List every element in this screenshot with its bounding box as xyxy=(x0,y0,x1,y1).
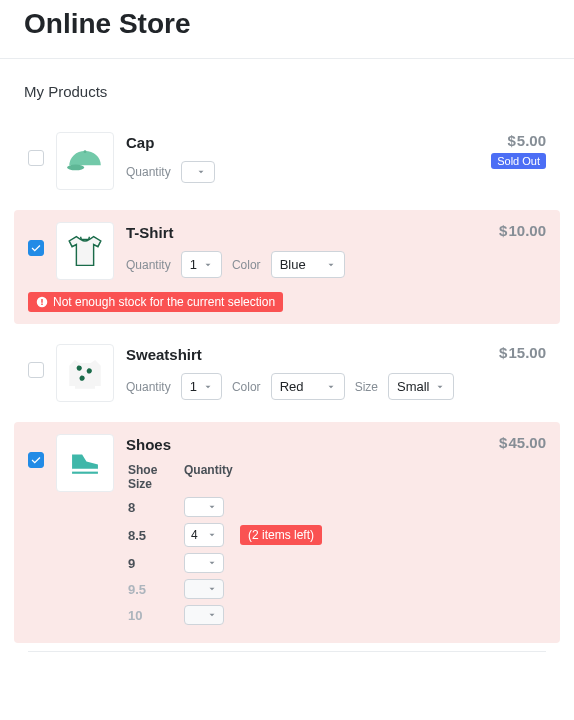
color-label: Color xyxy=(232,380,261,394)
size-row: 8.5 4 (2 items left) xyxy=(128,523,487,547)
select-checkbox[interactable] xyxy=(28,362,44,378)
svg-rect-6 xyxy=(72,472,98,474)
size-row: 9 xyxy=(128,553,487,573)
shoe-size-table: Shoe Size Quantity 8 8.5 4 xyxy=(128,463,487,625)
tshirt-icon xyxy=(62,228,108,274)
page-header: Online Store xyxy=(0,0,574,59)
chevron-down-icon xyxy=(196,167,206,177)
quantity-label: Quantity xyxy=(126,380,171,394)
product-price: $45.00 xyxy=(499,434,546,451)
product-shoes: Shoes Shoe Size Quantity 8 8.5 xyxy=(14,422,560,643)
color-select[interactable]: Red xyxy=(271,373,345,400)
select-checkbox[interactable] xyxy=(28,150,44,166)
chevron-down-icon xyxy=(203,260,213,270)
size-label: 9 xyxy=(128,556,178,571)
chevron-down-icon xyxy=(207,610,217,620)
check-icon xyxy=(31,243,41,253)
size-label: 10 xyxy=(128,608,178,623)
shoe-icon xyxy=(62,440,108,486)
size-label: 9.5 xyxy=(128,582,178,597)
select-checkbox[interactable] xyxy=(28,240,44,256)
product-price: $15.00 xyxy=(499,344,546,361)
size-qty-select[interactable]: 4 xyxy=(184,523,224,547)
product-sweatshirt: Sweatshirt Quantity 1 Color Red Size Sma… xyxy=(14,332,560,414)
svg-rect-5 xyxy=(72,469,98,472)
quantity-label: Quantity xyxy=(126,165,171,179)
stock-warning: Not enough stock for the current selecti… xyxy=(28,292,283,312)
quantity-header: Quantity xyxy=(184,463,233,491)
svg-point-1 xyxy=(84,150,87,153)
color-select[interactable]: Blue xyxy=(271,251,345,278)
chevron-down-icon xyxy=(207,530,217,540)
size-qty-select[interactable] xyxy=(184,553,224,573)
section-title: My Products xyxy=(24,83,560,100)
product-name: T-Shirt xyxy=(126,224,487,241)
size-label: Size xyxy=(355,380,378,394)
product-image xyxy=(56,132,114,190)
size-qty-select xyxy=(184,605,224,625)
chevron-down-icon xyxy=(207,558,217,568)
size-qty-select xyxy=(184,579,224,599)
quantity-select[interactable]: 1 xyxy=(181,251,222,278)
chevron-down-icon xyxy=(326,382,336,392)
chevron-down-icon xyxy=(207,584,217,594)
size-row: 10 xyxy=(128,605,487,625)
content: My Products Cap Quantity xyxy=(0,59,574,652)
size-row: 8 xyxy=(128,497,487,517)
size-row: 9.5 xyxy=(128,579,487,599)
product-image xyxy=(56,222,114,280)
quantity-select[interactable] xyxy=(181,161,215,183)
size-label: 8.5 xyxy=(128,528,178,543)
divider xyxy=(28,651,546,652)
quantity-label: Quantity xyxy=(126,258,171,272)
product-price: $10.00 xyxy=(499,222,546,239)
product-name: Cap xyxy=(126,134,479,151)
page-title: Online Store xyxy=(24,8,550,40)
product-image xyxy=(56,434,114,492)
size-label: 8 xyxy=(128,500,178,515)
quantity-select[interactable]: 1 xyxy=(181,373,222,400)
select-checkbox[interactable] xyxy=(28,452,44,468)
chevron-down-icon xyxy=(435,382,445,392)
color-label: Color xyxy=(232,258,261,272)
product-cap: Cap Quantity $5.00 Sold Out xyxy=(14,120,560,202)
size-qty-select[interactable] xyxy=(184,497,224,517)
size-select[interactable]: Small xyxy=(388,373,455,400)
product-price: $5.00 xyxy=(491,132,546,149)
shoe-size-header: Shoe Size xyxy=(128,463,178,491)
product-name: Sweatshirt xyxy=(126,346,487,363)
check-icon xyxy=(31,455,41,465)
product-name: Shoes xyxy=(126,436,487,453)
svg-rect-3 xyxy=(41,299,43,303)
chevron-down-icon xyxy=(203,382,213,392)
warning-icon xyxy=(36,296,48,308)
product-tshirt: T-Shirt Quantity 1 Color Blue $10.00 xyxy=(14,210,560,324)
sweatshirt-icon xyxy=(62,350,108,396)
chevron-down-icon xyxy=(207,502,217,512)
sold-out-badge: Sold Out xyxy=(491,153,546,169)
chevron-down-icon xyxy=(326,260,336,270)
product-image xyxy=(56,344,114,402)
cap-icon xyxy=(62,138,108,184)
svg-point-0 xyxy=(67,165,84,171)
stock-left-badge: (2 items left) xyxy=(240,525,322,545)
svg-rect-4 xyxy=(41,304,43,306)
